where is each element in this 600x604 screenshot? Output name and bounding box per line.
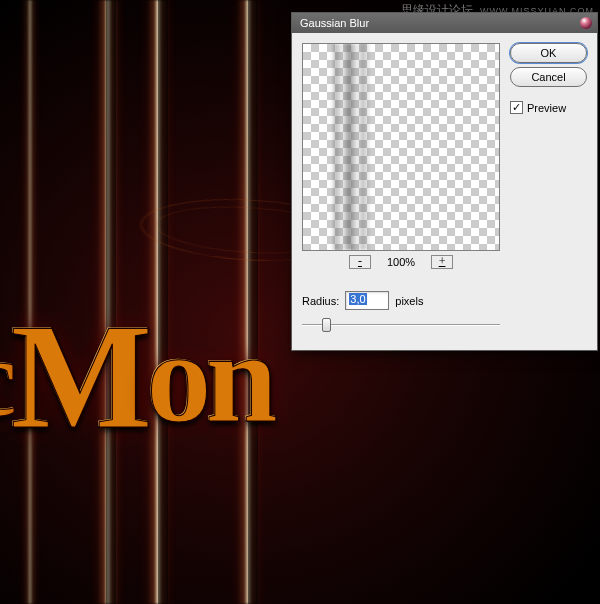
ok-button[interactable]: OK bbox=[510, 43, 587, 63]
preview-blurred-streaks bbox=[331, 44, 371, 250]
dialog-title: Gaussian Blur bbox=[300, 17, 369, 29]
preview-checkbox-label: Preview bbox=[527, 102, 566, 114]
zoom-in-button[interactable]: + bbox=[431, 255, 453, 269]
radius-label: Radius: bbox=[302, 295, 339, 307]
gaussian-blur-dialog: Gaussian Blur - 100% + Radius: 3,0 pixel… bbox=[291, 12, 598, 351]
slider-thumb[interactable] bbox=[322, 318, 331, 332]
cancel-button[interactable]: Cancel bbox=[510, 67, 587, 87]
stylized-title-text: cMon bbox=[0, 290, 272, 462]
preview-checkbox-row[interactable]: ✓ Preview bbox=[510, 101, 587, 114]
zoom-level: 100% bbox=[381, 256, 421, 268]
preview-checkbox[interactable]: ✓ bbox=[510, 101, 523, 114]
dialog-titlebar[interactable]: Gaussian Blur bbox=[292, 13, 597, 33]
radius-slider[interactable] bbox=[302, 316, 500, 334]
radius-input[interactable]: 3,0 bbox=[345, 291, 389, 310]
radius-unit: pixels bbox=[395, 295, 423, 307]
filter-preview[interactable] bbox=[302, 43, 500, 251]
zoom-out-button[interactable]: - bbox=[349, 255, 371, 269]
titlebar-orb-icon bbox=[580, 17, 592, 29]
slider-track bbox=[302, 324, 500, 326]
